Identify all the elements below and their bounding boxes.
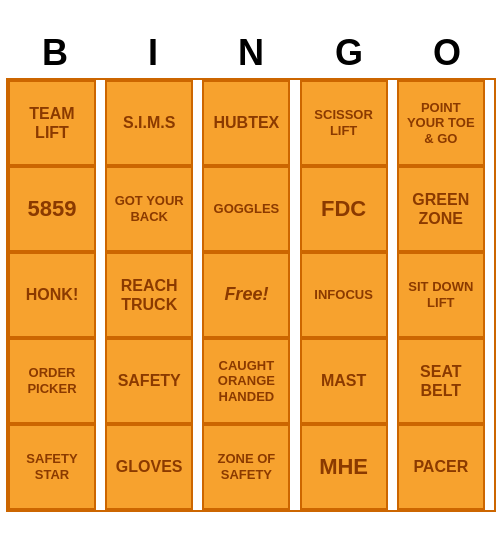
bingo-cell-22: ZONE OF SAFETY (202, 424, 290, 510)
bingo-cell-4: POINT YOUR TOE & GO (397, 80, 485, 166)
header-letter-N: N (207, 32, 295, 74)
header-letter-G: G (305, 32, 393, 74)
bingo-cell-10: HONK! (8, 252, 96, 338)
bingo-cell-8: FDC (300, 166, 388, 252)
bingo-cell-15: ORDER PICKER (8, 338, 96, 424)
bingo-cell-20: SAFETY STAR (8, 424, 96, 510)
bingo-cell-13: INFOCUS (300, 252, 388, 338)
bingo-card: BINGO TEAM LIFTS.I.M.SHUBTEXSCISSOR LIFT… (6, 32, 496, 512)
header-letter-I: I (109, 32, 197, 74)
bingo-cell-23: MHE (300, 424, 388, 510)
bingo-cell-14: SIT DOWN LIFT (397, 252, 485, 338)
bingo-cell-12: Free! (202, 252, 290, 338)
bingo-cell-1: S.I.M.S (105, 80, 193, 166)
bingo-cell-6: GOT YOUR BACK (105, 166, 193, 252)
bingo-cell-2: HUBTEX (202, 80, 290, 166)
bingo-cell-21: GLOVES (105, 424, 193, 510)
bingo-cell-7: GOGGLES (202, 166, 290, 252)
bingo-cell-17: CAUGHT ORANGE HANDED (202, 338, 290, 424)
bingo-cell-9: GREEN ZONE (397, 166, 485, 252)
bingo-cell-11: REACH TRUCK (105, 252, 193, 338)
bingo-cell-24: PACER (397, 424, 485, 510)
bingo-header: BINGO (6, 32, 496, 74)
bingo-cell-0: TEAM LIFT (8, 80, 96, 166)
bingo-cell-16: SAFETY (105, 338, 193, 424)
bingo-grid: TEAM LIFTS.I.M.SHUBTEXSCISSOR LIFTPOINT … (6, 78, 496, 512)
header-letter-O: O (403, 32, 491, 74)
bingo-cell-19: SEAT BELT (397, 338, 485, 424)
bingo-cell-3: SCISSOR LIFT (300, 80, 388, 166)
bingo-cell-5: 5859 (8, 166, 96, 252)
header-letter-B: B (11, 32, 99, 74)
bingo-cell-18: MAST (300, 338, 388, 424)
